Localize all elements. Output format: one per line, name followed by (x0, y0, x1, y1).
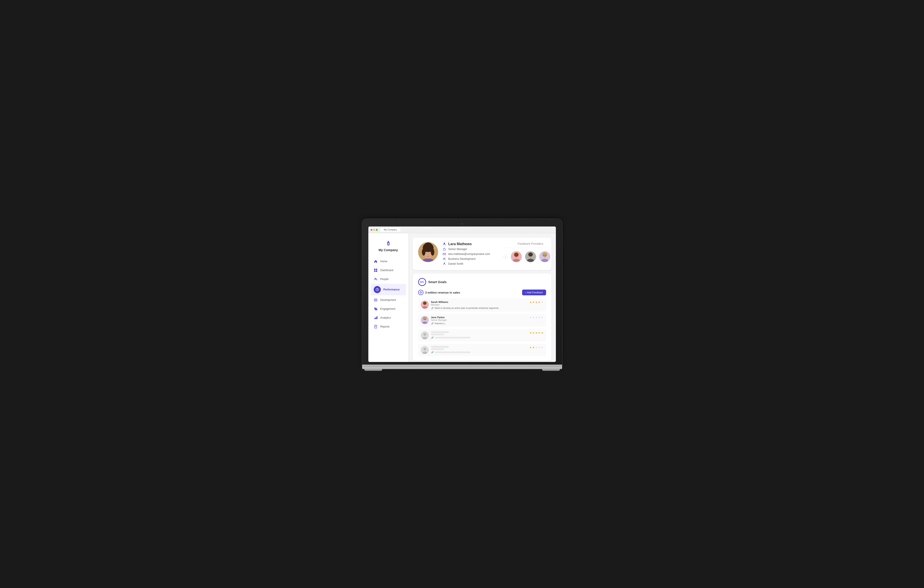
p3-star-2: ★ (532, 331, 535, 334)
svg-point-54 (531, 255, 532, 256)
company-logo-icon (385, 240, 392, 247)
svg-rect-17 (376, 317, 376, 319)
sarah-name: Sarah Williams (431, 301, 527, 303)
jane-comment: 🔗 Improve y... (431, 322, 527, 324)
svg-point-57 (542, 252, 547, 257)
home-icon (374, 259, 378, 264)
profile-avatar-wrapper (418, 242, 438, 265)
sidebar-item-people[interactable]: People (371, 275, 406, 283)
jane-stars: ★ ★ ★ ★ ★ (530, 316, 543, 319)
p4-star-1: ★ (530, 346, 532, 349)
profile-info: Lara Mathews Senior Manager (442, 242, 490, 265)
feedback-avatar-3 (539, 251, 551, 262)
svg-point-33 (426, 253, 427, 254)
sidebar-item-analytics[interactable]: Analytics (371, 313, 406, 322)
jane-comment-text: Improve y... (435, 322, 446, 324)
placeholder-content-3: 🔗 (431, 331, 527, 339)
feedback-providers-title: Feedback Providers (503, 242, 556, 245)
feedback-row: Sarah Williams Manager 🔗 Need to develop… (418, 298, 546, 311)
jane-content: Jane Parker Senior Manager 🔗 Improve y..… (431, 316, 527, 324)
p3-star-3: ★ (535, 331, 538, 334)
group-icon (442, 257, 446, 261)
p4-star-3: ★ (535, 346, 538, 349)
placeholder-text-4 (435, 351, 470, 353)
svg-point-68 (424, 304, 424, 304)
profile-name: Lara Mathews (448, 242, 472, 246)
star-e5: ★ (541, 316, 543, 319)
browser-dots (371, 229, 378, 231)
star-2: ★ (532, 301, 535, 304)
sidebar-item-engagement[interactable]: Engagement (371, 305, 406, 313)
home-label: Home (380, 260, 388, 263)
placeholder-role-3 (431, 334, 444, 335)
close-dot[interactable] (371, 229, 372, 231)
svg-rect-21 (375, 326, 376, 327)
feedback-row: 🔗 ★ ★ ★ ★ ★ (418, 329, 546, 341)
feedback-row: Jane Parker Senior Manager 🔗 Improve y..… (418, 314, 546, 327)
sarah-avatar (421, 301, 429, 309)
svg-rect-37 (443, 253, 446, 255)
laptop-foot-left (365, 369, 382, 371)
svg-point-28 (431, 249, 434, 255)
company-name-label: My Company (379, 248, 398, 252)
feedback-avatars-row: ‹ (503, 250, 556, 262)
browser-bar: My Company (368, 227, 556, 233)
placeholder-stars-3: ★ ★ ★ ★ ★ (530, 331, 543, 334)
jane-role: Senior Manager (431, 319, 527, 321)
browser-tab[interactable]: My Company (380, 228, 401, 232)
svg-rect-14 (375, 308, 377, 310)
feedback-prev-button[interactable]: ‹ (503, 254, 508, 259)
svg-point-60 (545, 255, 546, 256)
sarah-comment-text: Need to develop an action plan to penetr… (435, 307, 498, 309)
manager-icon (442, 262, 446, 265)
sidebar-navigation: Home Dashboard People (368, 257, 408, 331)
sarah-content: Sarah Williams Manager 🔗 Need to develop… (431, 301, 527, 309)
person-icon (442, 242, 446, 246)
add-feedback-button[interactable]: + Add Feedback (522, 290, 546, 295)
laptop-base (362, 365, 562, 369)
performance-label: Performance (383, 288, 400, 291)
sidebar-item-dashboard[interactable]: Dashboard (371, 266, 406, 275)
placeholder-text-3 (435, 337, 470, 338)
goals-section-title: Smart Goals (428, 280, 447, 284)
star-3: ★ (535, 301, 538, 304)
feedback-providers-section: Feedback Providers ‹ (503, 242, 556, 265)
jane-name: Jane Parker (431, 316, 527, 319)
svg-rect-3 (374, 270, 375, 272)
placeholder-content-4: 🔗 (431, 346, 527, 354)
svg-rect-2 (376, 269, 377, 270)
laptop-hinge (362, 365, 562, 367)
placeholder-comment-4: 🔗 (431, 351, 527, 354)
main-content: Lara Mathews Senior Manager (408, 233, 556, 362)
svg-rect-4 (376, 270, 377, 272)
svg-rect-10 (376, 299, 376, 300)
minimize-dot[interactable] (373, 229, 375, 231)
svg-point-43 (514, 253, 518, 257)
star-e3: ★ (535, 316, 538, 319)
sidebar-item-home[interactable]: Home (371, 257, 406, 265)
svg-rect-18 (377, 316, 378, 319)
svg-point-27 (422, 249, 426, 255)
svg-rect-16 (375, 318, 376, 319)
feedback-avatar-2 (525, 251, 536, 262)
analytics-icon (374, 316, 378, 320)
profile-title: Senior Manager (448, 248, 467, 251)
p4-star-2: ★ (532, 346, 535, 349)
profile-manager: Daniel Smith (448, 262, 464, 265)
svg-point-46 (517, 255, 517, 256)
svg-point-69 (425, 304, 426, 304)
sidebar-item-reports[interactable]: Reports (371, 323, 406, 331)
feedback-row: 🔗 ★ ★ ★ ★ ★ (418, 344, 546, 356)
sidebar-item-development[interactable]: Development (371, 296, 406, 304)
p3-star-1: ★ (530, 331, 532, 334)
star-e1: ★ (530, 316, 532, 319)
profile-title-row: Senior Manager (442, 247, 490, 251)
feedback-next-button[interactable]: › (553, 254, 556, 259)
feedback-avatar-1 (511, 251, 522, 262)
sidebar-item-performance[interactable]: Performance (371, 284, 406, 295)
link-icon-4: 🔗 (431, 351, 434, 354)
svg-rect-12 (375, 300, 376, 301)
goals-progress-circle: 80% (418, 278, 426, 286)
profile-manager-row: Daniel Smith (442, 262, 490, 265)
maximize-dot[interactable] (376, 229, 378, 231)
